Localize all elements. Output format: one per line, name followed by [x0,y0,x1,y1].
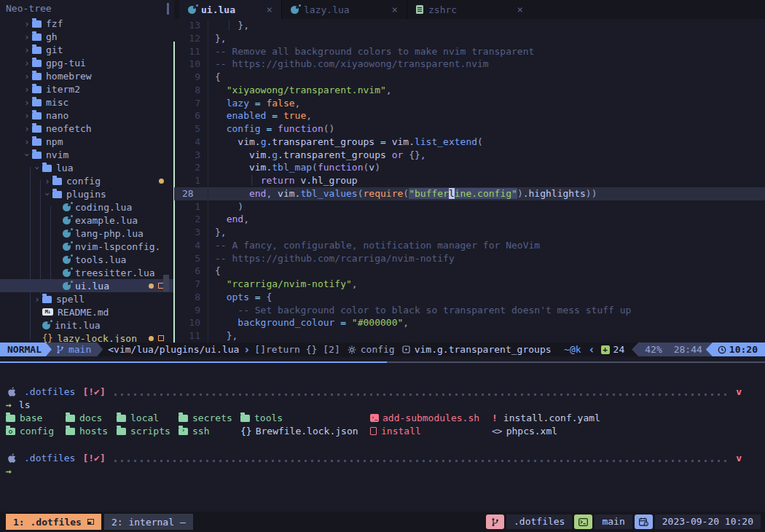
code-text: background_colour = "#000000", [215,316,409,329]
tree-item-misc[interactable]: ›misc [0,95,174,109]
tree-item-plugins[interactable]: ›plugins [0,187,174,200]
code-text: -- Remove all background colors to make … [215,45,534,58]
ls-entry-name: install [381,426,421,437]
code-line: 5-- https://github.com/rcarriga/nvim-not… [174,252,765,265]
tree-item-spell[interactable]: ›spell [0,292,174,305]
tree-item-homebrew[interactable]: ›homebrew [0,69,174,82]
tree-item-init-lua[interactable]: init.lua [0,318,174,332]
code-line: 4 vim.g.transparent_groups = vim.list_ex… [174,136,765,149]
tree-item-label: config [66,176,101,187]
line-number: 5 [174,252,200,265]
ls-entry-phpcs-xml: <>phpcs.xml [492,426,765,437]
mode-indicator: NORMAL [0,343,52,356]
tab-zshrc[interactable]: zshrc × [407,0,532,19]
json-icon: {} [42,333,52,343]
tree-item-gh[interactable]: ›gh [0,30,174,43]
tree-item-tools-lua[interactable]: tools.lua [0,253,174,266]
neotree-title: Neo-tree [0,0,174,17]
folder-icon [42,165,52,172]
folder-icon [32,60,42,67]
tree-item-example-lua[interactable]: example.lua [0,214,174,227]
code-line: 10 background_colour = "#000000", [174,316,765,329]
tree-item-treesitter-lua[interactable]: treesitter.lua [0,266,174,279]
tmux-window-1-dotfiles[interactable]: 1: .dotfiles [6,514,101,530]
tree-item-nano[interactable]: ›nano [0,109,174,122]
tree-item-iterm2[interactable]: ›iterm2 [0,82,174,95]
tree-item-label: git [46,44,63,55]
line-number: 12 [174,32,200,45]
sidebar-scrollbar-top[interactable] [167,3,169,15]
tree-item-git[interactable]: ›git [0,43,174,56]
command-text: ls [19,399,31,410]
tree-item-label: plugins [66,189,106,200]
lua-icon [63,230,71,238]
chevron-icon: › [32,163,43,173]
close-icon[interactable]: × [517,4,523,15]
tree-item-lua[interactable]: ›lua [0,161,174,174]
ls-entry-name: ssh [192,426,209,437]
folder-icon [32,34,42,41]
shell-prompt: .dotfiles [!✔] v [0,385,765,398]
apple-icon [7,453,17,463]
tree-item-nvim[interactable]: ›nvim [0,148,174,161]
tab-ui-lua[interactable]: ui.lua × [179,0,281,19]
tree-item-fzf[interactable]: ›fzf [0,17,174,30]
code-text: "rcarriga/nvim-notify", [215,278,358,291]
ls-entry-name: hosts [79,426,108,437]
editor-buffer[interactable]: 13 │ },12},11-- Remove all background co… [174,19,765,343]
tree-item-coding-lua[interactable]: coding.lua [0,200,174,214]
chevron-icon: › [42,189,53,199]
ls-entry-name: tools [254,412,283,423]
tree-item-label: iterm2 [46,84,80,95]
code-line: 9 -- Set background color to black so tr… [174,304,765,317]
tree-item-readme-md[interactable]: M↓README.md [0,305,174,318]
line-number: 2 [174,161,200,174]
line-number: 3 [174,149,200,162]
command-line: → ls [0,398,765,411]
terminal-pane[interactable]: .dotfiles [!✔] v → ls basedocslocalsecre… [0,364,765,512]
folder-icon [66,428,75,435]
close-icon[interactable]: × [267,4,272,15]
sidebar-scrollbar-thumb[interactable] [163,275,169,292]
lua-icon [291,6,299,14]
command-line[interactable]: → [0,464,765,477]
tree-item-gpg-tui[interactable]: ›gpg-tui [0,56,174,69]
lua-icon [63,216,71,224]
bufferline: ui.lua × lazy.lua × zshrc × [174,0,765,19]
pane-border[interactable] [387,361,765,363]
tree-item-label: README.md [58,307,109,318]
ls-entry-name: local [130,412,159,423]
tree-item-lang-php-lua[interactable]: lang-php.lua [0,227,174,240]
tree-item-nvim-lspconfig-[interactable]: nvim-lspconfig. [0,240,174,253]
tree-item-label: tools.lua [75,254,126,265]
tree-item-label: lang-php.lua [75,228,144,239]
code-line: 4-- A fancy, configurable, notification … [174,239,765,252]
code-text: end, vim.tbl_values(require("bufferline.… [215,187,597,200]
tree-item-label: lua [56,163,73,173]
code-text: { [215,71,221,84]
close-icon[interactable]: × [392,4,398,15]
pane-border-active[interactable] [0,361,387,363]
tmux-window-2-internal[interactable]: 2: internal– [104,514,193,530]
code-line: 10-- https://github.com/xiyaowong/transp… [174,58,765,71]
tree-item-label: neofetch [46,123,92,134]
code-text: vim.g.transparent_groups = vim.list_exte… [215,136,483,149]
code-line: 11-- Remove all background colors to mak… [174,45,765,58]
tab-lazy-lua[interactable]: lazy.lua × [281,0,407,19]
ls-entry-name: docs [79,412,102,423]
tree-item-lazy-lock-json[interactable]: {}lazy-lock.json [0,332,174,343]
tree-item-ui-lua[interactable]: ui.lua [0,279,174,292]
ls-entry-docs: docs [66,412,117,423]
line-number: 4 [174,239,200,252]
ssh-folder-icon [178,428,188,435]
prompt-fill [114,460,727,462]
chevron-icon: › [22,44,32,55]
folder-icon [32,152,42,159]
tree-item-neofetch[interactable]: ›neofetch [0,122,174,135]
lua-icon [63,282,71,290]
line-number: 1 [174,200,200,214]
tree-item-config[interactable]: ›config [0,174,174,187]
code-text: vim.tbl_map(function(v) [215,161,380,174]
tree-item-npm[interactable]: ›npm [0,135,174,148]
window-flag: – [180,517,186,528]
